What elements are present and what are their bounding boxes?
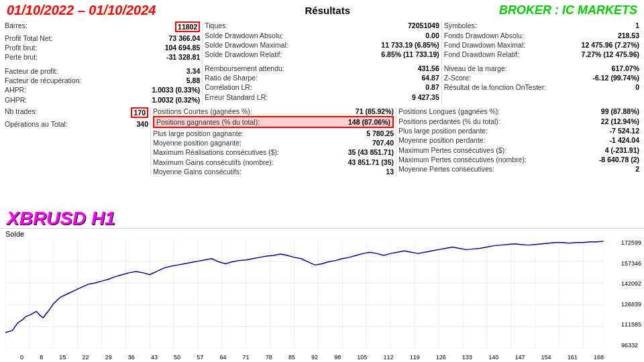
- facteur-recuperation-value: 5.88: [186, 76, 200, 84]
- x-label: 29: [105, 354, 112, 361]
- left-panel: Barres: 11802 Profit Total Net: 73 366.0…: [3, 21, 202, 105]
- x-label: 119: [410, 354, 420, 361]
- perte-brut-label: Perte brut:: [5, 53, 38, 61]
- solde-dd-absolu-label: Solde Drawdown Absolu:: [205, 32, 283, 40]
- trades-mid: Positions Courtes (gagnées %): 71 (85.92…: [150, 107, 396, 176]
- x-label: 78: [266, 354, 272, 361]
- solde-dd-relatif-value: 6.85% (11 733.19): [381, 50, 439, 58]
- moy-pertes-row: Moyenne Pertes consecutives: 2: [398, 164, 639, 174]
- niveau-marge-row: Niveau de la marge: 617.07%: [444, 64, 639, 73]
- y-label-6: 96332: [621, 342, 641, 349]
- profit-net-value: 73 366.04: [169, 34, 201, 42]
- tiques-label: Tiques:: [205, 21, 227, 29]
- x-label: 15: [59, 354, 66, 361]
- x-label: 8: [40, 354, 43, 361]
- niveau-marge-value: 617.07%: [612, 64, 639, 72]
- perte-brut-value: -31 328.81: [166, 53, 200, 61]
- facteur-recuperation-row: Facteur de récupération: 5.88: [5, 76, 200, 85]
- moyenne-pos-gagnante-value: 707.40: [372, 139, 394, 147]
- correlation-label: Corrélation LR:: [205, 83, 252, 91]
- max-realisations-row: Maximum Réalisations consécutives ($): 3…: [153, 147, 394, 157]
- ahpr-value: 1.0033 (0.33%): [152, 86, 200, 94]
- x-label: 0: [20, 354, 23, 361]
- y-label-3: 142092: [621, 280, 641, 287]
- fond-dd-max-label: Fond Drawdown Maximal:: [444, 41, 525, 49]
- x-label: 92: [311, 354, 318, 361]
- moyenne-pos-perdante-label: Moyenne position perdante:: [398, 136, 486, 144]
- x-label: 133: [462, 354, 472, 361]
- ghpr-value: 1.0032 (0.32%): [152, 96, 200, 104]
- y-axis-labels: 172599 157346 142092 126839 111585 96332: [621, 239, 641, 349]
- fond-dd-max-row: Fond Drawdown Maximal: 12 475.96 (7.27%): [444, 40, 639, 50]
- y-label-2: 157346: [621, 260, 641, 267]
- fonds-dd-absolu-row: Fonds Drawdown Absolu: 218.53: [444, 30, 639, 40]
- moyenne-pos-perdante-row: Moyenne position perdante: -1 424.04: [398, 135, 639, 145]
- tiques-row: Tiques: 72051049: [205, 21, 439, 30]
- profit-net-label: Profit Total Net:: [5, 34, 53, 42]
- trades-section: Nb trades: 170 Opérations au Total: 340 …: [0, 106, 644, 177]
- xbrusd-label: XBRUSD H1: [7, 208, 115, 229]
- plus-large-perdante-value: -7 524.12: [610, 127, 639, 135]
- solde-dd-max-value: 11 733.19 (6.85%): [381, 41, 439, 49]
- pos-longues-row: Positions Longues (gagnées %): 99 (87.88…: [398, 107, 639, 116]
- operations-label: Opérations au Total:: [5, 120, 68, 128]
- pos-gagnantes-label: Positions gagnantes (% du total):: [156, 118, 260, 126]
- nb-trades-label: Nb trades:: [5, 107, 37, 118]
- operations-row: Opérations au Total: 340: [5, 119, 148, 128]
- ghpr-label: GHPR:: [5, 96, 27, 104]
- pos-courtes-row: Positions Courtes (gagnées %): 71 (85.92…: [153, 107, 394, 116]
- sharpe-value: 64.87: [421, 74, 439, 82]
- facteur-recuperation-label: Facteur de récupération:: [5, 76, 81, 84]
- trades-right: Positions Longues (gagnées %): 99 (87.88…: [396, 107, 641, 176]
- fonds-dd-absolu-value: 218.53: [618, 32, 639, 40]
- moy-gains-label: Moyenne Gains consécutifs:: [153, 168, 241, 176]
- zscore-value: -6.12 (99.74%): [593, 74, 639, 82]
- symboles-row: Symboles: 1: [444, 21, 639, 30]
- max-realisations-label: Maximum Réalisations consécutives ($):: [153, 148, 279, 156]
- header: 01/10/2022 – 01/10/2024 Résultats BROKER…: [0, 0, 644, 19]
- pos-perdantes-row: Positions perdantes (% du total): 22 (12…: [398, 116, 639, 125]
- nb-trades-value: 170: [131, 107, 148, 118]
- moy-gains-row: Moyenne Gains consécutifs: 13: [153, 167, 394, 176]
- symboles-value: 1: [635, 21, 639, 29]
- x-axis-labels: 0 8 15 22 29 36 43 50 57 64 71 78 85 92 …: [20, 354, 604, 361]
- moyenne-pos-gagnante-label: Moyenne position gagnante:: [153, 139, 241, 147]
- profit-brut-label: Profit brut:: [5, 44, 37, 52]
- pos-courtes-label: Positions Courtes (gagnées %):: [153, 107, 252, 115]
- plus-large-gagnante-value: 5 780.25: [366, 129, 394, 137]
- chart-title: Solde: [5, 230, 24, 238]
- sharpe-label: Ratio de Sharpe:: [205, 74, 258, 82]
- max-pertes-nb-row: Maximum Pertes consécutives (nombre): -8…: [398, 155, 639, 164]
- trades-left: Nb trades: 170 Opérations au Total: 340: [3, 107, 150, 176]
- x-label: 22: [82, 354, 89, 361]
- pos-longues-value: 99 (87.88%): [601, 107, 639, 115]
- pos-gagnantes-value: 148 (87.06%): [348, 118, 390, 126]
- fond-dd-relatif-value: 7.27% (12 475.96): [582, 50, 639, 58]
- max-pertes-cons-value: 4 (-231.91): [605, 146, 639, 154]
- moy-gains-value: 13: [386, 168, 394, 176]
- zscore-label: Z-Score:: [444, 74, 471, 82]
- max-pertes-nb-value: -8 640.78 (2): [599, 156, 639, 164]
- stats-top: Barres: 11802 Profit Total Net: 73 366.0…: [0, 19, 644, 106]
- facteur-profit-value: 3.34: [186, 67, 200, 75]
- solde-dd-relatif-row: Solde Drawdown Relatif: 6.85% (11 733.19…: [205, 50, 439, 59]
- fond-dd-relatif-row: Fond Drawdown Relatif: 7.27% (12 475.96): [444, 50, 639, 59]
- pos-perdantes-label: Positions perdantes (% du total):: [398, 117, 500, 125]
- facteur-profit-row: Facteur de profit: 3.34: [5, 66, 200, 76]
- max-gains-label: Maximum Gains consécutifs (nombre):: [153, 158, 274, 166]
- ahpr-row: AHPR: 1.0033 (0.33%): [5, 85, 200, 95]
- x-label: 112: [384, 354, 394, 361]
- solde-dd-max-label: Solde Drawdown Maximal:: [205, 41, 288, 49]
- zscore-row: Z-Score: -6.12 (99.74%): [444, 73, 639, 82]
- facteur-profit-label: Facteur de profit:: [5, 67, 58, 75]
- solde-dd-absolu-value: 0.00: [425, 32, 439, 40]
- ghpr-row: GHPR: 1.0032 (0.32%): [5, 95, 200, 105]
- page-title: Résultats: [305, 5, 350, 16]
- tiques-value: 72051049: [408, 21, 439, 29]
- y-label-5: 111585: [621, 321, 641, 328]
- mid-panel-top: Tiques: 72051049 Solde Drawdown Absolu: …: [202, 21, 442, 105]
- barres-value: 11802: [175, 21, 200, 32]
- chart-svg: [5, 239, 604, 349]
- symboles-label: Symboles:: [444, 21, 477, 29]
- fond-dd-relatif-label: Fond Drawdown Relatif:: [444, 50, 519, 58]
